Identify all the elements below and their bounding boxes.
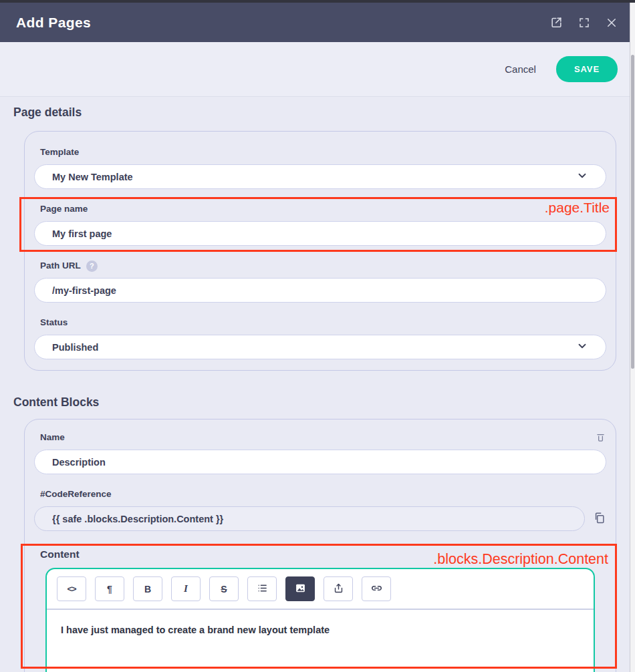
modal-body: Page details Template My New Template .p… xyxy=(0,105,635,672)
chevron-down-icon xyxy=(576,170,588,184)
editor-toolbar: <> ¶ B I S xyxy=(47,569,594,609)
open-in-new-window-button[interactable] xyxy=(550,16,563,29)
bold-button[interactable]: B xyxy=(133,576,162,601)
add-pages-modal: Add Pages Cancel SAVE Page details xyxy=(0,0,635,672)
content-blocks-heading: Content Blocks xyxy=(13,395,616,409)
cancel-button[interactable]: Cancel xyxy=(505,63,536,75)
action-bar: Cancel SAVE xyxy=(0,42,635,97)
page-scrollbar-thumb[interactable] xyxy=(631,55,634,369)
image-icon xyxy=(295,582,306,596)
page-name-field: .page.Title Page name xyxy=(34,203,606,246)
content-block-card: Name #CodeReference xyxy=(24,419,616,672)
copy-icon xyxy=(593,511,606,526)
status-label: Status xyxy=(40,317,606,329)
path-url-label-text: Path URL xyxy=(40,260,81,272)
page-scrollbar-track xyxy=(630,3,635,672)
block-name-field: Name xyxy=(34,432,606,474)
copy-button[interactable] xyxy=(593,511,606,526)
link-icon xyxy=(370,582,383,597)
template-label: Template xyxy=(40,146,606,158)
external-link-icon xyxy=(550,16,563,29)
fullscreen-button[interactable] xyxy=(578,17,590,29)
modal-title: Add Pages xyxy=(16,15,91,31)
path-url-label: Path URL ? xyxy=(40,260,606,272)
fullscreen-icon xyxy=(578,17,590,29)
page-name-label: Page name xyxy=(40,203,606,215)
content-field: .blocks.Description.Content Content <> ¶… xyxy=(34,547,606,672)
close-button[interactable] xyxy=(606,17,618,29)
status-field: Status Published xyxy=(34,317,606,359)
bullet-list-icon xyxy=(257,582,268,596)
template-select[interactable]: My New Template xyxy=(34,164,606,189)
rich-text-editor: <> ¶ B I S xyxy=(45,568,595,672)
chevron-down-icon xyxy=(576,340,588,354)
block-name-input[interactable] xyxy=(34,450,606,474)
block-name-label: Name xyxy=(40,432,65,444)
page-name-input[interactable] xyxy=(34,221,606,246)
insert-image-button[interactable] xyxy=(285,576,315,601)
code-reference-input[interactable] xyxy=(34,506,585,531)
page-details-card: Template My New Template .page.Title Pag… xyxy=(24,131,616,371)
strikethrough-button[interactable]: S xyxy=(209,576,239,601)
header-icons xyxy=(550,16,618,29)
editor-content[interactable]: I have just managed to create a brand ne… xyxy=(47,610,594,650)
italic-button[interactable]: I xyxy=(171,576,201,601)
delete-block-button[interactable] xyxy=(595,432,606,445)
upload-button[interactable] xyxy=(324,576,353,601)
trash-icon xyxy=(595,432,606,445)
bullet-list-button[interactable] xyxy=(247,576,277,601)
code-reference-field: #CodeReference xyxy=(34,488,606,531)
template-select-value: My New Template xyxy=(52,172,133,182)
link-button[interactable] xyxy=(362,576,391,601)
paragraph-button[interactable]: ¶ xyxy=(95,576,124,601)
code-reference-label: #CodeReference xyxy=(40,488,606,500)
path-url-field: Path URL ? xyxy=(34,260,606,303)
content-label: Content xyxy=(40,547,606,562)
page-details-heading: Page details xyxy=(13,105,616,120)
path-url-input[interactable] xyxy=(34,278,606,303)
upload-icon xyxy=(333,582,344,596)
template-field: Template My New Template xyxy=(34,146,606,189)
status-select-value: Published xyxy=(52,342,98,353)
save-button[interactable]: SAVE xyxy=(556,56,618,82)
close-icon xyxy=(606,17,618,29)
status-select[interactable]: Published xyxy=(34,335,606,359)
help-icon[interactable]: ? xyxy=(86,261,98,272)
modal-header: Add Pages xyxy=(0,3,635,42)
code-view-button[interactable]: <> xyxy=(57,576,86,601)
